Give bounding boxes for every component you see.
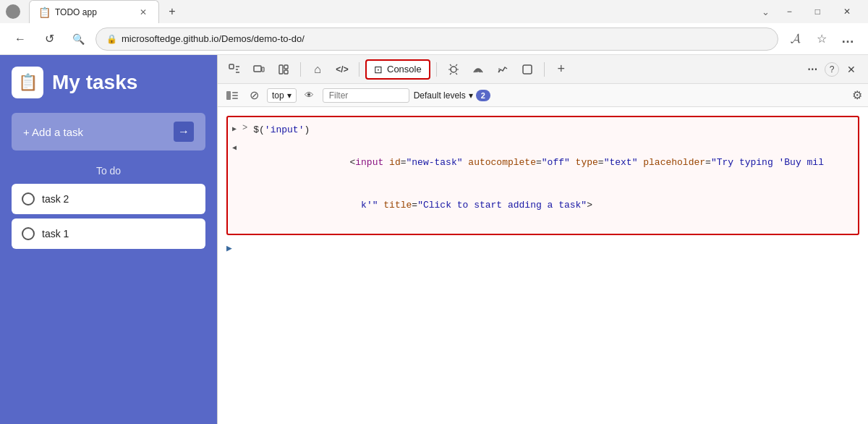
separator	[359, 62, 359, 77]
svg-rect-4	[284, 65, 288, 69]
caret-icon: ▶	[226, 242, 232, 254]
context-selector[interactable]: top ▾	[267, 88, 297, 103]
devtools-panel: ⌂ </> ⊡ Console	[217, 55, 868, 424]
next-input-line: ▶	[226, 238, 859, 258]
expand-icon[interactable]: ◀	[232, 142, 237, 152]
output-code: <input id="new-task" autocomplete="off" …	[248, 142, 824, 226]
network-button[interactable]	[467, 59, 489, 80]
address-bar[interactable]: 🔒 microsoftedge.github.io/Demos/demo-to-…	[95, 27, 778, 51]
filter-input[interactable]	[323, 88, 409, 103]
svg-rect-10	[232, 92, 238, 93]
console-tab-icon: ⊡	[374, 64, 383, 75]
home-button[interactable]: ⌂	[307, 59, 328, 80]
task-item[interactable]: task 2	[12, 184, 205, 214]
app-header: 📋 My tasks	[12, 67, 205, 98]
devtools-right-buttons: ⋯ ? ✕	[801, 59, 862, 80]
separator	[544, 62, 545, 77]
help-button[interactable]: ?	[825, 62, 839, 77]
debug-button[interactable]	[443, 59, 464, 80]
read-aloud-button[interactable]: 𝓐	[784, 27, 807, 51]
performance-button[interactable]	[492, 59, 514, 80]
task-label: task 1	[42, 228, 69, 239]
section-label: To do	[12, 165, 205, 177]
window-controls: ⌄ − □ ✕	[762, 4, 862, 20]
devtools-toolbar: ⌂ </> ⊡ Console	[218, 55, 868, 84]
title-bar: 📋 TODO app ✕ + ⌄ − □ ✕	[0, 0, 868, 23]
tab-close-button[interactable]: ✕	[137, 6, 150, 19]
svg-rect-5	[284, 70, 288, 74]
console-input-prompt: >	[242, 123, 247, 133]
error-count-badge: 2	[476, 90, 490, 101]
layout-button[interactable]	[273, 59, 294, 80]
minimize-button[interactable]: −	[781, 4, 798, 20]
svg-rect-0	[229, 64, 234, 69]
tab-favicon: 📋	[38, 7, 51, 18]
svg-rect-9	[226, 91, 231, 100]
separator	[436, 62, 437, 77]
output-code-line1: <input id="new-task" autocomplete="off" …	[248, 142, 824, 185]
back-button[interactable]: ←	[9, 27, 32, 51]
favorites-button[interactable]: ☆	[810, 27, 833, 51]
settings-icon[interactable]: ⚙	[852, 88, 862, 102]
eye-icon[interactable]: 👁	[301, 87, 318, 104]
source-button[interactable]: </>	[331, 59, 353, 80]
restore-button[interactable]: □	[809, 4, 826, 20]
console-tab-label: Console	[387, 64, 422, 75]
tab-title: TODO app	[55, 7, 97, 17]
close-devtools-button[interactable]: ✕	[841, 59, 862, 80]
svg-rect-1	[254, 66, 261, 72]
device-emulation-button[interactable]	[248, 59, 270, 80]
content-area: 📋 My tasks + Add a task → To do task 2 t…	[0, 55, 868, 424]
console-sidebar-button[interactable]	[224, 87, 241, 104]
console-input-code: $('input')	[253, 123, 310, 137]
refresh-button[interactable]: ↺	[38, 27, 61, 51]
task-label: task 2	[42, 193, 69, 205]
layers-button[interactable]	[516, 59, 538, 80]
inspect-element-button[interactable]	[224, 59, 245, 80]
console-output: ▶ > $('input') ◀ <input id="new-task" au…	[218, 107, 868, 424]
active-tab[interactable]: 📋 TODO app ✕	[29, 0, 159, 23]
svg-point-6	[451, 67, 456, 72]
new-tab-button[interactable]: +	[162, 1, 182, 22]
search-button[interactable]: 🔍	[67, 27, 90, 51]
app-title: My tasks	[52, 71, 137, 94]
clear-console-button[interactable]: ⊘	[245, 87, 263, 104]
chevron-icon: ⌄	[762, 7, 770, 17]
levels-label: Default levels	[414, 90, 466, 101]
output-code-line2: k'" title="Click to start adding a task"…	[248, 184, 824, 226]
console-highlighted-block: ▶ > $('input') ◀ <input id="new-task" au…	[226, 116, 859, 235]
expand-arrow-icon[interactable]: ▶	[232, 123, 237, 133]
more-tools-button[interactable]: ⋯	[801, 59, 823, 80]
svg-rect-2	[262, 67, 264, 72]
svg-rect-8	[523, 65, 532, 74]
task-checkbox[interactable]	[22, 227, 35, 240]
console-output-line: ◀ <input id="new-task" autocomplete="off…	[232, 142, 854, 226]
add-tool-button[interactable]: +	[550, 59, 572, 80]
nav-right-buttons: 𝓐 ☆ …	[784, 27, 859, 51]
console-tab[interactable]: ⊡ Console	[365, 59, 430, 80]
tab-bar: 📋 TODO app ✕ +	[29, 0, 762, 23]
console-toolbar: ⊘ top ▾ 👁 Default levels ▾ 2 ⚙	[218, 84, 868, 107]
svg-rect-12	[232, 98, 238, 99]
user-avatar	[6, 4, 20, 19]
context-label: top	[272, 90, 284, 101]
close-button[interactable]: ✕	[838, 4, 856, 20]
context-arrow-icon: ▾	[287, 90, 292, 101]
lock-icon: 🔒	[106, 34, 117, 44]
todo-app-panel: 📋 My tasks + Add a task → To do task 2 t…	[0, 55, 217, 424]
add-task-label: + Add a task	[23, 126, 83, 138]
svg-rect-11	[232, 95, 238, 96]
console-input-line: ▶ > $('input')	[232, 122, 854, 139]
more-button[interactable]: …	[836, 27, 859, 51]
console-output-block: ◀ <input id="new-task" autocomplete="off…	[232, 139, 854, 229]
task-checkbox[interactable]	[22, 192, 35, 205]
add-task-arrow-icon: →	[174, 122, 194, 142]
address-text: microsoftedge.github.io/Demos/demo-to-do…	[122, 33, 767, 44]
log-levels-selector[interactable]: Default levels ▾ 2	[414, 90, 490, 101]
filter-field[interactable]	[329, 90, 403, 101]
add-task-button[interactable]: + Add a task →	[12, 113, 205, 150]
task-item[interactable]: task 1	[12, 219, 205, 249]
levels-arrow-icon: ▾	[469, 90, 473, 101]
nav-bar: ← ↺ 🔍 🔒 microsoftedge.github.io/Demos/de…	[0, 23, 868, 55]
app-logo: 📋	[12, 67, 43, 98]
